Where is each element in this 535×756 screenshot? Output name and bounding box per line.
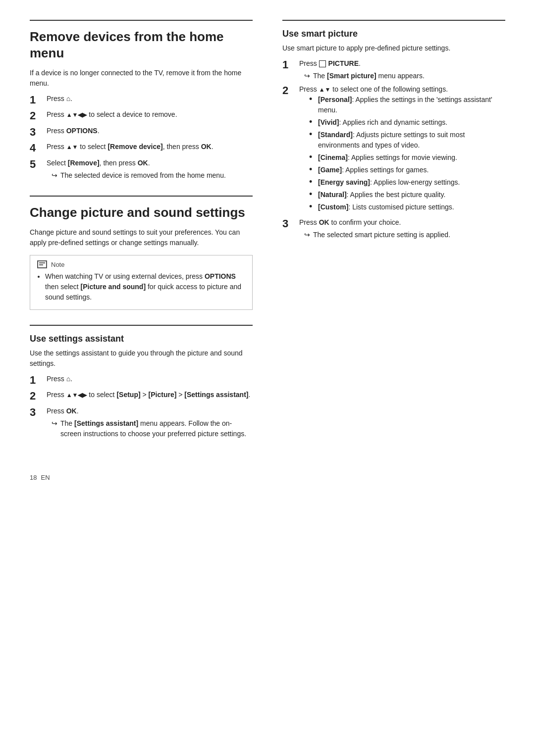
sa-step-num-3: 3 bbox=[30, 406, 44, 419]
sp-step-3-result: ↪ The selected smart picture setting is … bbox=[299, 230, 505, 240]
section1-intro: If a device is no longer connected to th… bbox=[30, 68, 253, 89]
home-icon-2: ⌂ bbox=[66, 374, 70, 384]
sa-step-1: 1 Press ⌂. bbox=[30, 374, 253, 387]
custom-label: [Custom] bbox=[318, 203, 348, 211]
note-item-1: When watching TV or using external devic… bbox=[45, 271, 245, 302]
section-picture-sound: Change picture and sound settings Change… bbox=[30, 196, 253, 310]
step-5: 5 Select [Remove], then press OK. ↪ The … bbox=[30, 158, 253, 181]
section3-intro: Use the settings assistant to guide you … bbox=[30, 348, 253, 369]
bullet-3: • bbox=[309, 130, 316, 140]
step-num-1: 1 bbox=[30, 94, 44, 106]
option-game-text: [Game]: Applies settings for games. bbox=[318, 165, 428, 175]
smart-picture-bold: [Smart picture] bbox=[327, 72, 376, 80]
sa-step-2-content: Press ▲▼◀▶ to select [Setup] > [Picture]… bbox=[47, 390, 253, 400]
nav-arrows-1: ▲▼◀▶ bbox=[66, 111, 87, 118]
step-3-content: Press OPTIONS. bbox=[47, 126, 253, 136]
left-column: Remove devices from the home menu If a d… bbox=[30, 20, 258, 454]
result-arrow-2: ↪ bbox=[52, 418, 57, 429]
sp-step-3: 3 Press OK to confirm your choice. ↪ The… bbox=[282, 217, 505, 240]
section-divider-1 bbox=[30, 20, 253, 21]
bullet-2: • bbox=[309, 117, 316, 127]
cinema-label: [Cinema] bbox=[318, 153, 348, 161]
option-vivid-text: [Vivid]: Applies rich and dynamic settin… bbox=[318, 117, 447, 128]
sa-step-num-1: 1 bbox=[30, 374, 44, 387]
ok-label-1: OK bbox=[201, 143, 212, 151]
nav-arrows-3: ▲▼◀▶ bbox=[66, 392, 87, 399]
smart-picture-steps: 1 Press PICTURE. ↪ The [Smart picture] m… bbox=[282, 58, 505, 240]
energy-label: [Energy saving] bbox=[318, 178, 370, 186]
smart-picture-options: • [Personal]: Applies the settings in th… bbox=[309, 95, 505, 212]
page-number: 18 bbox=[30, 474, 37, 481]
sp-step-1: 1 Press PICTURE. ↪ The [Smart picture] m… bbox=[282, 58, 505, 81]
note-header: Note bbox=[37, 260, 245, 268]
bullet-7: • bbox=[309, 190, 316, 200]
sp-step-1-content: Press PICTURE. ↪ The [Smart picture] men… bbox=[299, 58, 505, 81]
nav-arrows-2: ▲▼ bbox=[66, 144, 78, 151]
sp-step-3-content: Press OK to confirm your choice. ↪ The s… bbox=[299, 217, 505, 240]
sp-step-3-result-text: The selected smart picture setting is ap… bbox=[313, 230, 450, 240]
picture-label-r: PICTURE bbox=[328, 59, 359, 67]
ok-label-3: OK bbox=[66, 407, 77, 415]
section1-title: Remove devices from the home menu bbox=[30, 29, 253, 61]
settings-assistant-label: [Settings assistant] bbox=[184, 391, 248, 399]
option-personal: • [Personal]: Applies the settings in th… bbox=[309, 95, 505, 115]
step-5-result: ↪ The selected device is removed from th… bbox=[47, 170, 253, 181]
result-arrow-r2: ↪ bbox=[304, 230, 310, 240]
sp-step-1-result: ↪ The [Smart picture] menu appears. bbox=[299, 71, 505, 81]
settings-assistant-steps: 1 Press ⌂. 2 Press ▲▼◀▶ to select [Setup… bbox=[30, 374, 253, 439]
step-5-content: Select [Remove], then press OK. ↪ The se… bbox=[47, 158, 253, 181]
step-5-result-text: The selected device is removed from the … bbox=[60, 170, 226, 181]
option-natural-text: [Natural]: Applies the best picture qual… bbox=[318, 190, 445, 200]
note-icon bbox=[37, 260, 47, 268]
step-num-5: 5 bbox=[30, 158, 44, 171]
option-energy: • [Energy saving]: Applies low-energy se… bbox=[309, 177, 505, 188]
options-label-1: OPTIONS bbox=[66, 127, 98, 135]
remove-device-label: [Remove device] bbox=[107, 143, 162, 151]
home-icon-1: ⌂ bbox=[66, 94, 70, 104]
sp-step-2: 2 Press ▲▼ to select one of the followin… bbox=[282, 84, 505, 214]
note-list: When watching TV or using external devic… bbox=[37, 271, 245, 302]
bullet-1: • bbox=[309, 95, 316, 104]
sa-step-1-content: Press ⌂. bbox=[47, 374, 253, 384]
game-label: [Game] bbox=[318, 166, 342, 174]
settings-assistant-bold: [Settings assistant] bbox=[74, 419, 138, 427]
option-standard-text: [Standard]: Adjusts picture settings to … bbox=[318, 130, 505, 151]
option-cinema: • [Cinema]: Applies settings for movie v… bbox=[309, 152, 505, 163]
sa-step-2: 2 Press ▲▼◀▶ to select [Setup] > [Pictur… bbox=[30, 390, 253, 403]
bullet-8: • bbox=[309, 202, 316, 212]
step-4: 4 Press ▲▼ to select [Remove device], th… bbox=[30, 142, 253, 154]
remove-devices-steps: 1 Press ⌂. 2 Press ▲▼◀▶ to select a devi… bbox=[30, 94, 253, 181]
sa-step-3-result: ↪ The [Settings assistant] menu appears.… bbox=[47, 418, 253, 439]
vivid-label: [Vivid] bbox=[318, 118, 339, 126]
bullet-5: • bbox=[309, 165, 316, 175]
step-num-3: 3 bbox=[30, 126, 44, 139]
option-personal-text: [Personal]: Applies the settings in the … bbox=[318, 95, 505, 115]
picture-icon bbox=[319, 60, 326, 67]
personal-label: [Personal] bbox=[318, 96, 352, 103]
option-custom-text: [Custom]: Lists customised picture setti… bbox=[318, 202, 454, 212]
step-num-2: 2 bbox=[30, 109, 44, 122]
picture-sound-label: [Picture and sound] bbox=[81, 283, 146, 291]
note-box: Note When watching TV or using external … bbox=[30, 255, 253, 310]
option-vivid: • [Vivid]: Applies rich and dynamic sett… bbox=[309, 117, 505, 128]
sp-step-num-1: 1 bbox=[282, 58, 296, 71]
section-remove-devices: Remove devices from the home menu If a d… bbox=[30, 20, 253, 181]
nav-arrows-r1: ▲▼ bbox=[319, 86, 331, 93]
section-divider-2 bbox=[30, 196, 253, 197]
option-game: • [Game]: Applies settings for games. bbox=[309, 165, 505, 175]
standard-label: [Standard] bbox=[318, 131, 353, 139]
step-4-content: Press ▲▼ to select [Remove device], then… bbox=[47, 142, 253, 152]
sa-step-3-result-text: The [Settings assistant] menu appears. F… bbox=[60, 418, 253, 439]
option-custom: • [Custom]: Lists customised picture set… bbox=[309, 202, 505, 212]
sp-step-2-content: Press ▲▼ to select one of the following … bbox=[299, 84, 505, 214]
section2-title: Change picture and sound settings bbox=[30, 204, 253, 221]
section-smart-picture: Use smart picture Use smart picture to a… bbox=[282, 20, 505, 240]
options-note: OPTIONS bbox=[205, 272, 236, 280]
ok-label-r: OK bbox=[319, 218, 329, 226]
option-energy-text: [Energy saving]: Applies low-energy sett… bbox=[318, 177, 460, 188]
sa-step-3-content: Press OK. ↪ The [Settings assistant] men… bbox=[47, 406, 253, 439]
bullet-6: • bbox=[309, 177, 316, 187]
setup-label: [Setup] bbox=[116, 391, 140, 399]
sp-step-num-3: 3 bbox=[282, 217, 296, 230]
page-lang: EN bbox=[41, 474, 50, 481]
